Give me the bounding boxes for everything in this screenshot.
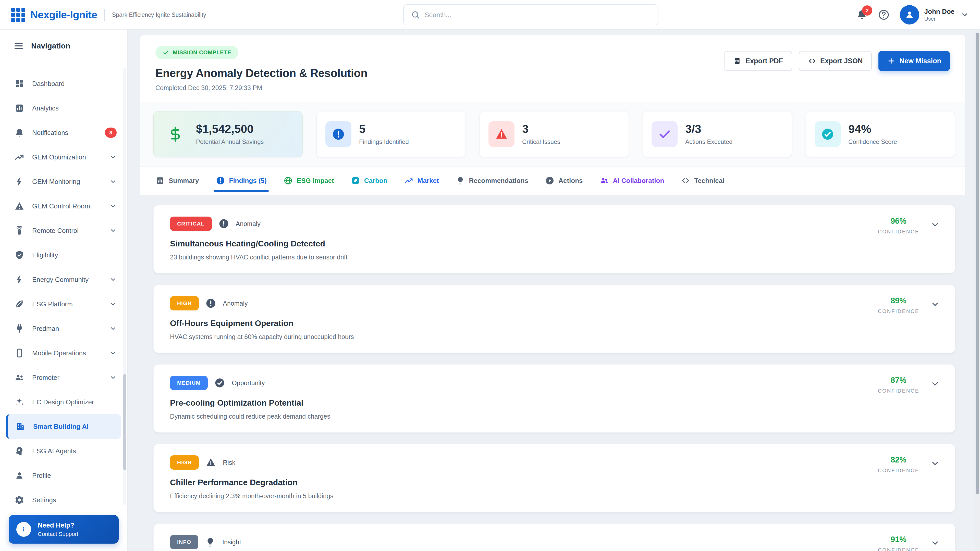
alert-triangle-icon [14, 201, 24, 211]
sidebar-item-label: GEM Monitoring [32, 178, 102, 186]
tab-esg-impact[interactable]: ESG Impact [283, 167, 334, 195]
user-menu-chevron-icon[interactable] [961, 11, 969, 19]
brand-divider [104, 9, 105, 21]
stat-card-3: 3/3Actions Executed [643, 111, 792, 157]
leaf-icon [14, 299, 24, 309]
tab-label: Technical [694, 177, 724, 185]
page-scrollbar-thumb[interactable] [976, 33, 979, 494]
finding-type-label: Risk [223, 459, 235, 466]
brand-title: Nexgile-Ignite [30, 9, 97, 21]
finding-title: Off-Hours Equipment Operation [170, 319, 939, 328]
sidebar-scrollbar-thumb[interactable] [123, 374, 126, 470]
sidebar-item-energy-community[interactable]: Energy Community [0, 267, 127, 292]
expand-chevron-icon[interactable] [931, 459, 940, 468]
chevron-down-icon [110, 227, 117, 234]
page-title: Energy Anomaly Detection & Resolution [156, 67, 368, 79]
main-content: MISSION COMPLETE Energy Anomaly Detectio… [128, 30, 980, 551]
stat-value: 5 [359, 123, 409, 135]
export-json-button[interactable]: Export JSON [799, 51, 872, 71]
confidence-label: CONFIDENCE [878, 388, 919, 394]
avatar [900, 5, 919, 24]
help-card-title: Need Help? [38, 521, 78, 529]
severity-badge: CRITICAL [170, 217, 212, 231]
sidebar-item-gem-optimization[interactable]: GEM Optimization [0, 145, 127, 169]
sidebar-item-label: Mobile Operations [32, 349, 102, 357]
sidebar-item-dashboard[interactable]: Dashboard [0, 71, 127, 96]
check-icon [652, 121, 678, 147]
sidebar-item-label: EC Design Optimizer [32, 398, 117, 406]
finding-type-label: Anomaly [223, 300, 248, 307]
user-menu[interactable]: John Doe User [900, 5, 969, 24]
stat-label: Actions Executed [685, 138, 732, 145]
severity-badge: HIGH [170, 296, 199, 310]
tab-label: Recommendations [469, 177, 528, 185]
export-pdf-button[interactable]: PDF Export PDF [724, 51, 792, 71]
dollar-icon [162, 121, 188, 147]
building-icon [15, 421, 25, 432]
search-icon [411, 10, 420, 19]
tab-market[interactable]: Market [404, 167, 439, 195]
tab-findings[interactable]: Findings (5) [216, 167, 267, 195]
sidebar-item-mobile-operations[interactable]: Mobile Operations [0, 341, 127, 365]
sidebar-item-label: GEM Optimization [32, 153, 102, 161]
sidebar-item-esg-ai-agents[interactable]: ESG AI Agents [0, 439, 127, 463]
tab-technical[interactable]: Technical [681, 167, 724, 195]
sidebar-item-gem-monitoring[interactable]: GEM Monitoring [0, 169, 127, 194]
code-icon [808, 57, 816, 65]
code-icon [681, 176, 690, 185]
sidebar-item-label: Remote Control [32, 227, 102, 235]
gear-icon [14, 495, 24, 505]
sidebar-item-gem-control-room[interactable]: GEM Control Room [0, 194, 127, 218]
tab-recommendations[interactable]: Recommendations [456, 167, 528, 195]
sidebar-item-profile[interactable]: Profile [0, 463, 127, 488]
finding-description: HVAC systems running at 60% capacity dur… [170, 333, 939, 341]
tab-summary[interactable]: Summary [156, 167, 199, 195]
users-icon [14, 372, 24, 383]
sidebar-item-esg-platform[interactable]: ESG Platform [0, 292, 127, 316]
sidebar-item-label: Analytics [32, 104, 117, 112]
sidebar-item-eligibility[interactable]: Eligibility [0, 243, 127, 267]
confidence-label: CONFIDENCE [878, 308, 919, 314]
sidebar-footer: Need Help? Contact Support [0, 508, 127, 551]
stat-value: $1,542,500 [196, 123, 264, 135]
sidebar-item-label: Profile [32, 472, 117, 480]
expand-chevron-icon[interactable] [931, 538, 940, 548]
sidebar-item-promoter[interactable]: Promoter [0, 365, 127, 390]
sidebar: Navigation DashboardAnalyticsNotificatio… [0, 30, 127, 551]
expand-chevron-icon[interactable] [931, 380, 940, 389]
sidebar-nav: DashboardAnalyticsNotifications8GEM Opti… [0, 62, 127, 508]
sidebar-item-predman[interactable]: Predman [0, 316, 127, 341]
menu-toggle-icon[interactable] [13, 41, 24, 51]
search-bar[interactable] [403, 4, 659, 25]
check-icon [162, 49, 169, 56]
sidebar-item-smart-building-ai[interactable]: Smart Building AI [6, 414, 121, 439]
check-circle-icon [215, 378, 225, 388]
app-logo-icon[interactable] [11, 8, 25, 22]
sidebar-item-ec-design-optimizer[interactable]: EC Design Optimizer [0, 390, 127, 414]
sidebar-item-notifications[interactable]: Notifications8 [0, 121, 127, 145]
finding-description: Efficiency declining 2.3% month-over-mon… [170, 492, 939, 500]
shield-check-icon [14, 250, 24, 260]
sidebar-item-remote-control[interactable]: Remote Control [0, 218, 127, 243]
tab-ai-collaboration[interactable]: AI Collaboration [600, 167, 664, 195]
sidebar-item-label: Energy Community [32, 276, 102, 284]
expand-chevron-icon[interactable] [931, 300, 940, 309]
sidebar-scrollbar[interactable] [123, 68, 126, 505]
help-button[interactable] [878, 9, 890, 21]
bell-icon [14, 127, 24, 138]
page-scrollbar[interactable] [975, 30, 980, 551]
status-badge: MISSION COMPLETE [156, 46, 239, 59]
expand-chevron-icon[interactable] [931, 220, 940, 229]
search-input[interactable] [425, 11, 651, 19]
notifications-button[interactable]: 2 [856, 9, 868, 21]
tab-actions[interactable]: Actions [545, 167, 583, 195]
sidebar-item-settings[interactable]: Settings [0, 488, 127, 508]
tab-label: ESG Impact [297, 177, 334, 185]
stat-value: 94% [848, 123, 897, 135]
new-mission-button[interactable]: New Mission [878, 51, 950, 71]
tab-carbon[interactable]: Carbon [351, 167, 387, 195]
contact-support-button[interactable]: Need Help? Contact Support [9, 515, 119, 544]
sidebar-item-analytics[interactable]: Analytics [0, 96, 127, 121]
mission-panel: MISSION COMPLETE Energy Anomaly Detectio… [140, 35, 965, 195]
stat-card-0: $1,542,500Potential Annual Savings [153, 111, 303, 157]
